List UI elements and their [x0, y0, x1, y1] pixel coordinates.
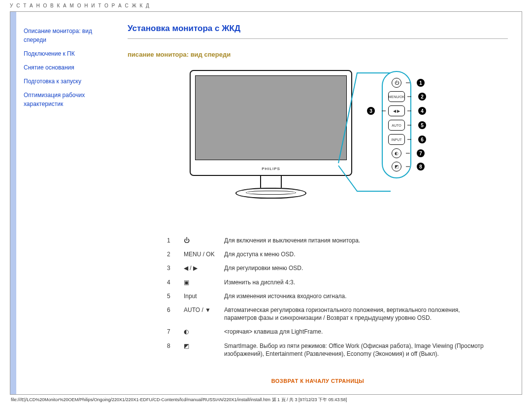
control-number: 2 — [167, 247, 184, 261]
sidebar-link-optimize[interactable]: Оптимизация рабочих характеристик — [24, 91, 109, 108]
controls-table: 1⏻Для включения и выключения питания мон… — [167, 234, 488, 361]
lightframe-icon: ◐ — [184, 325, 224, 339]
panel-btn-power: ⏻ 1 — [392, 78, 401, 88]
monitor-drawing: PHILIPS — [190, 70, 352, 199]
page-title: Установка монитора с ЖКД — [128, 24, 508, 34]
smartimage-icon: ◩ — [184, 339, 224, 361]
brand-label: PHILIPS — [191, 167, 351, 171]
control-number: 4 — [167, 275, 184, 289]
control-description: Для изменения источника входного сигнала… — [224, 289, 488, 303]
table-row: 6AUTO / ▼Автоматическая регулировка гори… — [167, 303, 488, 325]
control-description: Для регулировки меню OSD. — [224, 261, 488, 275]
table-row: 3◀ / ▶Для регулировки меню OSD. — [167, 261, 488, 275]
table-row: 4▣Изменить на дисплей 4:3. — [167, 275, 488, 289]
control-description: Автоматическая регулировка горизонтально… — [224, 303, 488, 325]
table-row: 7◐<горячая> клавиша для LightFrame. — [167, 325, 488, 339]
sidebar-link-getting-started[interactable]: Подготовка к запуску — [24, 77, 109, 86]
control-number: 7 — [167, 325, 184, 339]
sidebar-link-remove-base[interactable]: Снятие основания — [24, 63, 109, 72]
left-right-icon: ◀ / ▶ — [184, 261, 224, 275]
panel-btn-lightframe: ◐ 7 — [392, 148, 401, 158]
main-content: Установка монитора с ЖКД писание монитор… — [114, 12, 522, 394]
panel-btn-nav: ◀ ▶ 4 3 — [388, 105, 405, 116]
footer-file-path: file:///E|/LCD%20Monitor%20OEM/Philips/O… — [0, 395, 532, 407]
control-description: Для доступа к меню OSD. — [224, 247, 488, 261]
control-number: 6 — [167, 303, 184, 325]
sidebar: Описание монитора: вид спереди Подключен… — [10, 12, 114, 394]
sidebar-link-connect-pc[interactable]: Подключение к ПК — [24, 49, 109, 58]
return-to-top-link[interactable]: ВОЗВРАТ К НАЧАЛУ СТРАНИЦЫ — [271, 378, 365, 384]
control-number: 3 — [167, 261, 184, 275]
input-icon: Input — [184, 289, 224, 303]
panel-btn-smartimage: ◩ 8 — [392, 162, 401, 171]
table-row: 2MENU / OKДля доступа к меню OSD. — [167, 247, 488, 261]
section-subhead: писание монитора: вид спереди — [128, 51, 508, 58]
button-panel: ⏻ 1 MENU/OK 2 ◀ ▶ 4 3 AUTO — [382, 71, 411, 178]
auto-down-icon: AUTO / ▼ — [184, 303, 224, 325]
panel-btn-auto: AUTO 5 — [388, 120, 405, 131]
control-description: Для включения и выключения питания монит… — [224, 234, 488, 247]
divider — [128, 38, 508, 39]
table-row: 1⏻Для включения и выключения питания мон… — [167, 234, 488, 247]
sidebar-link-front-view[interactable]: Описание монитора: вид спереди — [24, 27, 109, 44]
control-description: SmartImage. Выбор из пяти режимов: Offic… — [224, 339, 488, 361]
page-frame: Описание монитора: вид спереди Подключен… — [10, 11, 522, 395]
page-header-small: У С Т А Н О В К А М О Н И Т О Р А С Ж К … — [0, 0, 532, 11]
control-number: 5 — [167, 289, 184, 303]
menu-ok-icon: MENU / OK — [184, 247, 224, 261]
panel-btn-input: INPUT 6 — [388, 134, 405, 145]
control-number: 1 — [167, 234, 184, 247]
monitor-illustration: PHILIPS ⏻ 1 MENU/OK — [190, 67, 446, 225]
control-description: Изменить на дисплей 4:3. — [224, 275, 488, 289]
table-row: 8◩SmartImage. Выбор из пяти режимов: Off… — [167, 339, 488, 361]
control-description: <горячая> клавиша для LightFrame. — [224, 325, 488, 339]
table-row: 5InputДля изменения источника входного с… — [167, 289, 488, 303]
aspect-icon: ▣ — [184, 275, 224, 289]
control-number: 8 — [167, 339, 184, 361]
panel-btn-menu: MENU/OK 2 — [388, 91, 405, 102]
power-icon: ⏻ — [184, 234, 224, 247]
